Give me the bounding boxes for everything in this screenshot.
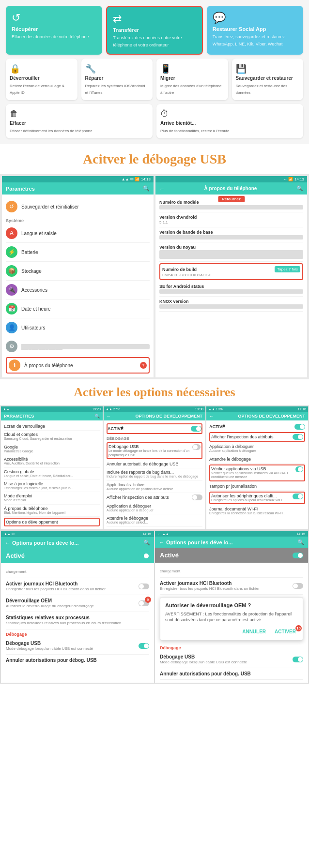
- br-hci-item[interactable]: Activer journaux HCI Bluetooth Enregistr…: [160, 578, 303, 595]
- afficher-insp-item[interactable]: Afficher l'inspection des attributs: [209, 432, 305, 442]
- search-icon[interactable]: 🔍: [143, 185, 150, 192]
- bl-oem-item[interactable]: Déverrouillage OEM Autoriser le déverrou…: [6, 595, 149, 612]
- afficher-insp-toggle[interactable]: [293, 434, 303, 440]
- inspection-toggle[interactable]: [192, 494, 202, 500]
- parametres-search-icon[interactable]: 🔍: [94, 414, 100, 419]
- left-phone-content: ↺ Sauvegarder et réinitialiser Système A…: [2, 195, 154, 377]
- verifier-usb-item[interactable]: Vérifier applications via USB Vérifier q…: [209, 464, 305, 481]
- usb-title-section: Acitver le débogage USB: [0, 144, 309, 174]
- transferer-card[interactable]: ⇄ Transférer Transférez des données entr…: [106, 6, 202, 55]
- br-debogage-usb-toggle[interactable]: [293, 657, 303, 662]
- migrer-card[interactable]: 📱 Migrer Migrez des données d'un télépho…: [156, 59, 228, 100]
- bl-search-icon[interactable]: 🔍: [143, 539, 150, 546]
- dev-left-header: PARAMÈTRES 🔍: [1, 412, 103, 420]
- active-toggle-right[interactable]: [294, 424, 305, 430]
- bot-right-active-label: Activé: [160, 552, 179, 559]
- back-arrow-icon[interactable]: ←: [159, 186, 165, 192]
- autoriser-perifs-toggle[interactable]: [293, 494, 303, 499]
- stockage-label: Stockage: [21, 269, 150, 274]
- bl-hci-item[interactable]: Activer journaux HCI Bluetooth Enregistr…: [6, 578, 149, 595]
- annuler-autoris-item[interactable]: Annuler autorisati. de débogage USB: [107, 460, 202, 468]
- accessibilite-item[interactable]: Accessibilité Vue, Audition, Dextérité e…: [4, 455, 100, 467]
- br-hci-toggle[interactable]: [293, 583, 303, 589]
- maj-item[interactable]: Mise à jour logicielle Téléchargez les m…: [4, 480, 100, 492]
- effacer-card[interactable]: 🗑 Effacer Effacer définitivement les don…: [6, 104, 153, 138]
- tap-badge: Tapez 7 fois: [275, 266, 300, 272]
- settings-item-blurred[interactable]: ⚙ ████████████: [6, 337, 150, 356]
- app-debogage2-item[interactable]: Application à déboguer Aucune applicatio…: [209, 443, 305, 455]
- settings-item-batterie[interactable]: ⚡ Batterie: [6, 243, 150, 262]
- dev-right-content: ACTIVÉ Afficher l'inspection des attribu…: [206, 420, 308, 519]
- right2-back-icon[interactable]: ←: [209, 414, 214, 419]
- tampon-item[interactable]: Tampon pr journalisation: [209, 482, 305, 491]
- settings-item-apropos[interactable]: ℹ À propos du téléphone 7: [6, 357, 150, 374]
- ecran-item[interactable]: Écran de verrouillage: [4, 422, 100, 431]
- accessories-label: Accessories: [21, 287, 150, 293]
- dialog-title: Autoriser le déverrouillage OEM ?: [165, 602, 298, 608]
- last-card-row: 🗑 Effacer Effacer définitivement les don…: [6, 104, 303, 138]
- debogage-usb-item[interactable]: Débogage USB Le mode débogage se lance l…: [107, 442, 202, 459]
- left-status-bar: ▲▲ ✉ 📶 14:13: [2, 176, 154, 182]
- appli-localis-item[interactable]: Appli. localis. fictive Aucune applicati…: [107, 481, 202, 493]
- settings-item-utilisateurs[interactable]: 👤 Utilisateurs: [6, 318, 150, 337]
- cloud-item[interactable]: Cloud et comptes Samsung Cloud, Sauvegar…: [4, 431, 100, 443]
- bl-debogage-usb-toggle[interactable]: [139, 643, 149, 649]
- appli-debogage-item[interactable]: Application à déboguer Aucune applicatio…: [107, 502, 202, 514]
- dialog-activer-button[interactable]: ACTIVER 10: [273, 628, 298, 635]
- bl-annuler-item[interactable]: Annuler autorisations pour débog. USB: [6, 655, 149, 666]
- br-debogage-usb-item[interactable]: Débogage USB Mode débogage lorsqu'un câb…: [160, 651, 303, 668]
- right2-time: 17:16: [297, 407, 306, 411]
- sauvegarder-desc: Sauvegardez et restaurez des données: [236, 84, 288, 95]
- bl-debogage-usb-item[interactable]: Débogage USB Mode débogage lorsqu'un câb…: [6, 638, 149, 655]
- bot-right-active-toggle[interactable]: [293, 553, 303, 558]
- mid-title: OPTIONS DE DÉVELOPPEMENT: [135, 414, 202, 419]
- bot-right-content: chargement. Activer journaux HCI Bluetoo…: [155, 563, 308, 683]
- sauvegarder-card[interactable]: 💾 Sauvegarder et restaurer Sauvegardez e…: [232, 59, 304, 100]
- attendre2-item[interactable]: Attendre le débogage: [209, 455, 305, 464]
- restaurer-card[interactable]: 💬 Restaurer Social App Transférez, sauve…: [207, 6, 303, 55]
- right-phone-header: ← À propos du téléphone 🔍 Retournez: [155, 182, 307, 195]
- br-back-icon[interactable]: ←: [159, 539, 164, 545]
- search-icon-right[interactable]: 🔍: [296, 185, 303, 192]
- settings-item-stockage[interactable]: 📦 Stockage: [6, 262, 150, 281]
- google-item[interactable]: Google Paramètres Google: [4, 443, 100, 455]
- active-toggle-mid[interactable]: [191, 426, 201, 432]
- dev-mid-content: ACTIVÉ DÉBOGAGE Débogage USB Le mode déb…: [104, 420, 205, 528]
- br-above-fold: chargement.: [160, 566, 303, 577]
- apropos2-item[interactable]: À propos du téléphone État, Mentions lég…: [4, 505, 100, 517]
- deverrouiller-card[interactable]: 🔒 Déverrouiller Retirez l'écran de verro…: [6, 59, 77, 100]
- reparer-desc: Réparez les systèmes iOS/Android et l'iT…: [85, 84, 145, 95]
- br-annuler-item[interactable]: Annuler autorisations pour débog. USB: [160, 668, 303, 680]
- dialog-cancel-button[interactable]: ANNULER: [240, 628, 268, 635]
- bl-stats-item[interactable]: Statistiques relatives aux processus Sta…: [6, 612, 149, 629]
- settings-item-sauvegarder[interactable]: ↺ Sauvegarder et réinitialiser: [6, 197, 150, 216]
- deverrouiller-desc: Retirez l'écran de verrouillage & Apple …: [10, 84, 64, 95]
- debogage-usb-toggle[interactable]: [192, 444, 201, 450]
- bot-left-active-toggle[interactable]: [139, 553, 149, 559]
- bl-time: 14:15: [142, 532, 151, 536]
- br-search-icon[interactable]: 🔍: [297, 539, 304, 545]
- journal-wifi-item[interactable]: Journal documenté Wi-Fi Enregistrez la c…: [209, 505, 305, 517]
- settings-item-date[interactable]: 📅 Date et heure: [6, 299, 150, 318]
- recuperer-card[interactable]: ↺ Récupérer Effacer des données de votre…: [6, 6, 102, 55]
- settings-item-langue[interactable]: A Langue et saisie: [6, 224, 150, 243]
- verifier-usb-toggle[interactable]: [295, 466, 303, 472]
- rapports-bug-item[interactable]: Inclure des rapports de bug dans... Incl…: [107, 468, 202, 480]
- bl-back-icon[interactable]: ←: [5, 540, 10, 546]
- attendre-item[interactable]: Attendre le débogage Aucune application …: [107, 514, 202, 526]
- bot-right-header: ← Options pour les déve lo... 🔍: [155, 537, 308, 548]
- mid-back-icon[interactable]: ←: [107, 414, 111, 419]
- options-dev-item[interactable]: Options de développement: [4, 518, 100, 526]
- bl-hci-toggle[interactable]: [139, 584, 149, 589]
- settings-item-accessories[interactable]: 🔌 Accessories: [6, 281, 150, 299]
- emploi-item[interactable]: Mode d'emploi Mode d'emploi: [4, 492, 100, 504]
- inspection-item[interactable]: Afficher l'inspection des attributs: [107, 493, 202, 502]
- active-row-mid: ACTIVÉ: [107, 423, 202, 434]
- autoriser-perifs-item[interactable]: Autoriser les périphériques d'affi... En…: [209, 492, 305, 504]
- systeme-section: Système: [6, 216, 150, 224]
- options-title-text: Activer les options nécessaires: [4, 385, 305, 400]
- gestion-item[interactable]: Gestion globale Langue et saisie, Date e…: [4, 468, 100, 480]
- langue-label: Langue et saisie: [21, 231, 150, 236]
- reparer-card[interactable]: 🔧 Réparer Réparez les systèmes iOS/Andro…: [81, 59, 153, 100]
- dev-right-phone: ▲▲ 10% 17:16 ← OPTIONS DE DÉVELOPPEMENT …: [206, 406, 308, 529]
